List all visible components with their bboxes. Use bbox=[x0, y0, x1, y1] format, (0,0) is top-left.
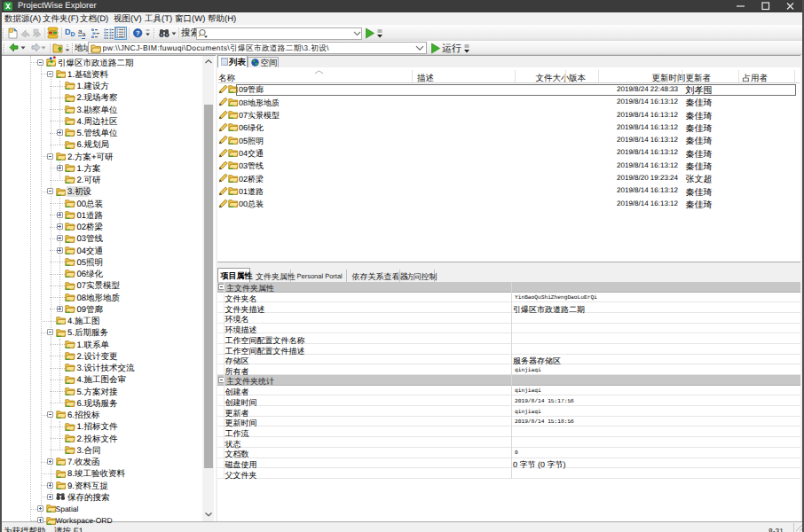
svg-text:?: ? bbox=[135, 29, 139, 37]
